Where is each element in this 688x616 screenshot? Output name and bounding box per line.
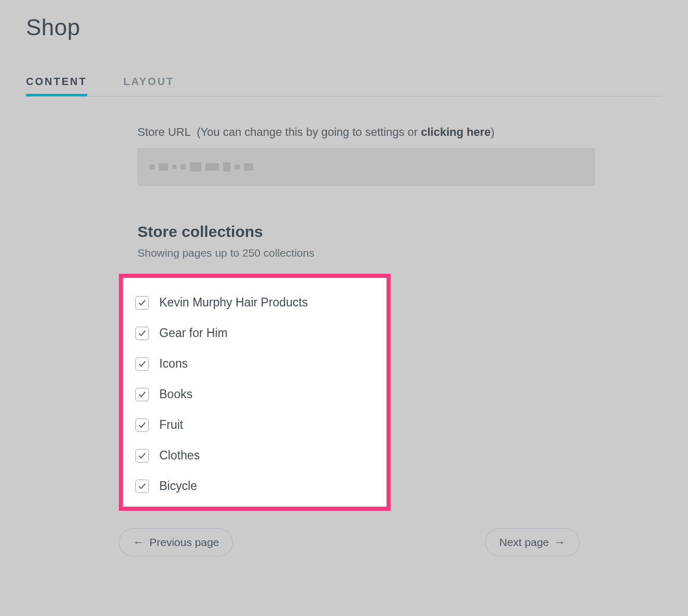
check-icon [138, 482, 146, 491]
collection-row: Fruit [132, 410, 377, 440]
next-page-button[interactable]: Next page → [485, 528, 580, 556]
check-icon [138, 329, 146, 338]
store-url-input[interactable] [137, 148, 595, 186]
redacted-text [181, 164, 186, 170]
check-icon [138, 390, 146, 399]
pagination: ← Previous page Next page → [119, 528, 580, 556]
store-url-label-suffix: ) [491, 125, 494, 138]
collection-row: Bicycle [132, 471, 377, 501]
collection-row: Gear for Him [132, 318, 377, 348]
collection-checkbox[interactable] [135, 449, 149, 463]
redacted-text [205, 163, 219, 171]
collection-checkbox[interactable] [135, 418, 149, 432]
collection-label: Books [159, 387, 192, 401]
redacted-text [244, 163, 253, 171]
collection-label: Kevin Murphy Hair Products [159, 296, 308, 310]
collection-row: Kevin Murphy Hair Products [132, 287, 377, 318]
collection-checkbox[interactable] [135, 357, 149, 371]
collection-label: Bicycle [159, 479, 197, 493]
store-url-label: Store URL (You can change this by going … [137, 125, 595, 139]
arrow-left-icon: ← [133, 537, 144, 548]
collection-label: Icons [159, 357, 188, 371]
check-icon [138, 360, 146, 368]
collection-checkbox[interactable] [135, 388, 149, 401]
store-url-change-link[interactable]: clicking here [421, 125, 491, 138]
check-icon [138, 452, 146, 460]
collection-row: Icons [132, 348, 377, 379]
check-icon [138, 299, 146, 307]
store-url-label-prefix: Store URL [137, 125, 190, 138]
page-title: Shop [26, 15, 662, 40]
collection-label: Gear for Him [159, 326, 228, 340]
previous-page-button[interactable]: ← Previous page [119, 528, 233, 556]
next-page-label: Next page [499, 536, 549, 549]
collection-checkbox[interactable] [135, 480, 149, 493]
collection-checkbox[interactable] [135, 327, 149, 340]
tab-content[interactable]: CONTENT [26, 69, 87, 96]
collections-subtext: Showing pages up to 250 collections [137, 247, 595, 259]
tab-layout[interactable]: LAYOUT [123, 69, 174, 96]
redacted-text [223, 162, 230, 172]
collection-label: Fruit [159, 418, 183, 432]
redacted-text [159, 163, 168, 171]
redacted-text [172, 165, 176, 169]
store-url-label-mid: (You can change this by going to setting… [197, 125, 421, 138]
redacted-text [235, 164, 240, 170]
tab-bar: CONTENT LAYOUT [26, 69, 662, 96]
collection-label: Clothes [159, 449, 200, 463]
arrow-right-icon: → [554, 537, 566, 548]
previous-page-label: Previous page [149, 536, 219, 549]
collections-heading: Store collections [137, 223, 595, 241]
collection-row: Books [132, 379, 377, 410]
collection-checkbox[interactable] [135, 296, 149, 310]
collection-row: Clothes [132, 440, 377, 471]
redacted-text [149, 164, 155, 170]
check-icon [138, 421, 146, 429]
redacted-text [190, 162, 201, 172]
collections-highlight-box: Kevin Murphy Hair Products Gear for Him … [119, 274, 391, 511]
